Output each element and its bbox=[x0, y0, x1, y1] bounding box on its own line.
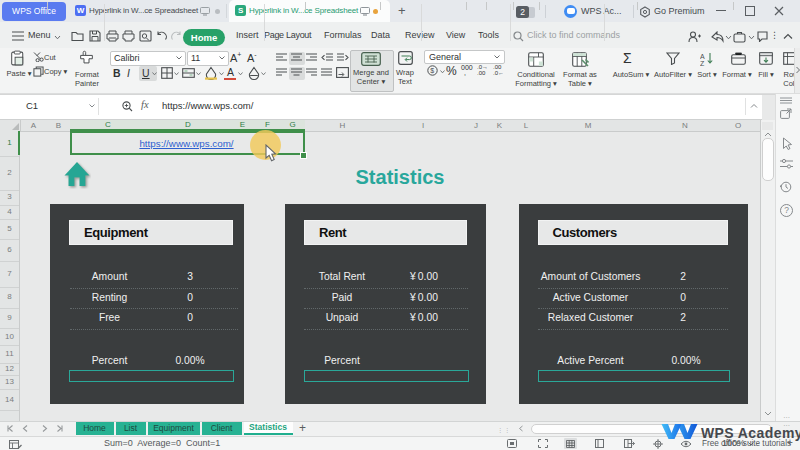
svg-text:$: $ bbox=[430, 67, 434, 74]
svg-text:A: A bbox=[700, 53, 705, 60]
svg-text:Z: Z bbox=[700, 60, 705, 66]
